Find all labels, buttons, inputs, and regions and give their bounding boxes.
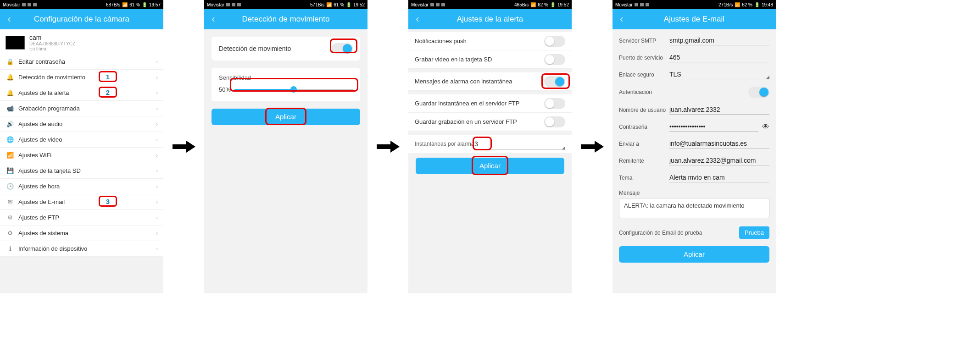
item-label: Editar contraseña bbox=[18, 58, 156, 65]
snapshots-value: 3 bbox=[474, 138, 565, 150]
alert-row-3: Guardar instantánea en el servidor FTP bbox=[408, 94, 572, 113]
status-bar: Movistar 571B/s📶61 %🔋19:52 bbox=[204, 0, 368, 9]
motion-toggle-label: Detección de movimiento bbox=[219, 45, 291, 52]
alert-toggle[interactable] bbox=[544, 98, 565, 109]
item-icon: 🔒 bbox=[6, 58, 15, 65]
item-label: Detección de movimiento bbox=[18, 74, 156, 81]
message-row: Mensaje ALERTA: la camara ha detectado m… bbox=[619, 186, 769, 222]
alert-toggle[interactable] bbox=[544, 54, 565, 65]
status-bar: Movistar 271B/s📶62 %🔋19:48 bbox=[612, 0, 776, 9]
settings-item-7[interactable]: 💾Ajustes de la tarjeta SD› bbox=[0, 163, 163, 179]
item-icon: 🔔 bbox=[6, 74, 15, 81]
port-row[interactable]: Puerto de servicio 465 bbox=[619, 49, 769, 66]
item-label: Información de dispositivo bbox=[18, 245, 156, 252]
item-icon: 🔔 bbox=[6, 89, 15, 96]
snapshots-per-alarm-row[interactable]: Instantáneas por alarma 3 bbox=[408, 135, 572, 153]
auth-toggle[interactable] bbox=[748, 87, 769, 98]
settings-item-8[interactable]: 🕒Ajustes de hora› bbox=[0, 179, 163, 194]
item-label: Ajustes de E-mail bbox=[18, 198, 156, 205]
chevron-right-icon: › bbox=[156, 90, 158, 96]
item-icon: ✉ bbox=[6, 198, 15, 205]
password-value[interactable]: •••••••••••••••• bbox=[669, 122, 758, 132]
secure-value[interactable]: TLS bbox=[669, 70, 769, 79]
chevron-right-icon: › bbox=[156, 105, 158, 112]
camera-state: En línea bbox=[29, 46, 75, 51]
sendto-row[interactable]: Enviar a info@tualarmasincuotas.es bbox=[619, 135, 769, 152]
username-row[interactable]: Nombre de usuario juan.alvarez.2332 bbox=[619, 101, 769, 118]
camera-thumbnail bbox=[6, 36, 25, 50]
back-button[interactable]: ‹ bbox=[612, 13, 631, 25]
highlight-badge: 3 bbox=[99, 196, 117, 207]
status-bar: Movistar 465B/s📶62 %🔋19:52 bbox=[408, 0, 572, 9]
sensitivity-card: Sensibilidad 50% bbox=[212, 68, 360, 101]
eye-icon[interactable]: 👁 bbox=[762, 123, 769, 131]
secure-row[interactable]: Enlace seguro TLS bbox=[619, 66, 769, 83]
flow-arrow-icon bbox=[163, 0, 204, 293]
auth-row: Autenticación bbox=[619, 83, 769, 101]
settings-item-3[interactable]: 📹Grabación programada› bbox=[0, 101, 163, 116]
port-value[interactable]: 465 bbox=[669, 53, 769, 62]
motion-toggle-card: Detección de movimiento bbox=[212, 37, 360, 60]
item-label: Ajustes de sistema bbox=[18, 230, 156, 236]
apply-button[interactable]: Aplicar bbox=[416, 158, 564, 174]
alert-row-2: Mensajes de alarma con instantánea bbox=[408, 72, 572, 91]
alert-toggle[interactable] bbox=[544, 76, 565, 87]
screen-camera-settings: Movistar 687B/s📶61 %🔋19:57 ‹ Configuraci… bbox=[0, 0, 163, 293]
from-row[interactable]: Remitente juan.alvarez.2332@gmail.com bbox=[619, 152, 769, 169]
header: ‹ Detección de movimiento bbox=[204, 9, 368, 29]
settings-item-1[interactable]: 🔔Detección de movimiento›1 bbox=[0, 70, 163, 85]
subject-value[interactable]: Alerta mvto en cam bbox=[669, 173, 769, 182]
screen-email-settings: Movistar 271B/s📶62 %🔋19:48 ‹ Ajustes de … bbox=[612, 0, 776, 293]
item-label: Ajustes de video bbox=[18, 136, 156, 143]
header: ‹ Ajustes de E-mail bbox=[612, 9, 776, 29]
chevron-right-icon: › bbox=[156, 137, 158, 143]
sendto-value[interactable]: info@tualarmasincuotas.es bbox=[669, 139, 769, 148]
settings-item-6[interactable]: 📶Ajustes WiFi› bbox=[0, 148, 163, 163]
settings-item-12[interactable]: ℹInformación de dispositivo› bbox=[0, 241, 163, 257]
settings-item-2[interactable]: 🔔Ajustes de la alerta›2 bbox=[0, 85, 163, 101]
settings-list: 🔒Editar contraseña›🔔Detección de movimie… bbox=[0, 54, 163, 257]
chevron-right-icon: › bbox=[156, 59, 158, 65]
motion-toggle[interactable] bbox=[332, 43, 353, 54]
settings-item-5[interactable]: 🌐Ajustes de video› bbox=[0, 132, 163, 148]
smtp-value[interactable]: smtp.gmail.com bbox=[669, 36, 769, 45]
item-label: Ajustes WiFi bbox=[18, 152, 156, 159]
camera-id: DEAA-058880-YTYCZ bbox=[29, 41, 75, 46]
item-label: Ajustes de la alerta bbox=[18, 89, 156, 96]
item-label: Ajustes de la tarjeta SD bbox=[18, 167, 156, 174]
password-row[interactable]: Contraseña •••••••••••••••• 👁 bbox=[619, 118, 769, 135]
username-value[interactable]: juan.alvarez.2332 bbox=[669, 105, 769, 115]
apply-button[interactable]: Aplicar bbox=[619, 246, 769, 263]
settings-item-9[interactable]: ✉Ajustes de E-mail›3 bbox=[0, 194, 163, 210]
chevron-right-icon: › bbox=[156, 214, 158, 221]
alert-toggle[interactable] bbox=[544, 116, 565, 127]
subject-row[interactable]: Tema Alerta mvto en cam bbox=[619, 169, 769, 186]
test-button[interactable]: Prueba bbox=[739, 226, 769, 239]
back-button[interactable]: ‹ bbox=[204, 13, 223, 25]
header: ‹ Configuración de la cámara bbox=[0, 9, 163, 29]
alert-row-4: Guardar grabación en un servidor FTP bbox=[408, 113, 572, 131]
settings-item-4[interactable]: 🔊Ajustes de audio› bbox=[0, 116, 163, 132]
smtp-row[interactable]: Servidor SMTP smtp.gmail.com bbox=[619, 32, 769, 49]
settings-item-11[interactable]: ⚙Ajustes de sistema› bbox=[0, 226, 163, 241]
message-textarea[interactable]: ALERTA: la camara ha detectado movimient… bbox=[619, 198, 769, 218]
chevron-right-icon: › bbox=[156, 246, 158, 252]
highlight-badge: 1 bbox=[99, 71, 117, 82]
back-button[interactable]: ‹ bbox=[0, 13, 18, 25]
back-button[interactable]: ‹ bbox=[408, 13, 427, 25]
chevron-right-icon: › bbox=[156, 74, 158, 81]
settings-item-10[interactable]: ⚙Ajustes de FTP› bbox=[0, 210, 163, 226]
page-title: Ajustes de E-mail bbox=[612, 15, 776, 24]
sensitivity-slider[interactable] bbox=[234, 84, 353, 95]
alert-row-label: Mensajes de alarma con instantánea bbox=[415, 78, 512, 85]
alert-row-label: Notificaciones push bbox=[415, 38, 467, 44]
from-value[interactable]: juan.alvarez.2332@gmail.com bbox=[669, 156, 769, 165]
apply-button[interactable]: Aplicar bbox=[212, 109, 360, 125]
test-email-row: Configuración de Email de prueba Prueba bbox=[619, 222, 769, 243]
screen-alert-settings: Movistar 465B/s📶62 %🔋19:52 ‹ Ajustes de … bbox=[408, 0, 572, 293]
settings-item-0[interactable]: 🔒Editar contraseña› bbox=[0, 54, 163, 70]
alert-row-label: Grabar video en la tarjeta SD bbox=[415, 56, 492, 63]
item-icon: 📹 bbox=[6, 105, 15, 112]
chevron-right-icon: › bbox=[156, 121, 158, 127]
alert-toggle[interactable] bbox=[544, 36, 565, 47]
